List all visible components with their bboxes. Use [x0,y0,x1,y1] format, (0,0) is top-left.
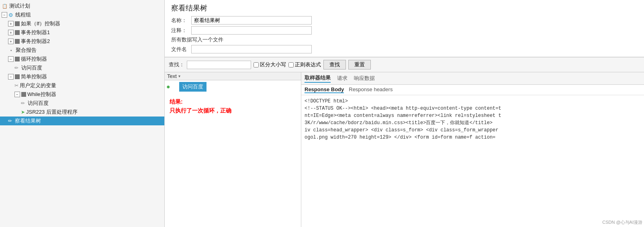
regex-label: 正则表达式 [295,61,321,68]
sidebar-item-label: 循环控制器 [21,55,47,63]
reset-button[interactable]: 重置 [348,60,371,70]
sidebar-item-label: 如果（If）控制器 [21,20,60,27]
expand-btn[interactable]: + [8,39,14,44]
sidebar-item-loop-controller[interactable]: − 循环控制器 [0,55,164,63]
content-line-3: 3K/r/www/cache/bdorz/baidu.min.css><titl… [305,119,641,127]
square-icon [15,30,20,35]
sidebar-item-test-plan[interactable]: 📋 测试计划 [0,2,164,10]
case-sensitive-group: 区分大小写 [254,61,286,68]
sidebar-item-label: 察看结果树 [15,117,41,125]
filename-label: 文件名 [171,46,191,53]
sidebar-item-label: 访问百度 [21,64,42,72]
write-all-label: 所有数据写入一个文件 [171,36,638,43]
subtab-response-headers[interactable]: Response headers [349,86,393,93]
left-panel-body: ● 访问百度 结果: 只执行了一次循环，正确 [165,80,301,227]
regex-group: 正则表达式 [288,61,321,68]
collapse-btn[interactable]: − [14,92,20,97]
tab-request[interactable]: 请求 [337,74,348,82]
name-row: 名称： [171,16,638,25]
collapse-btn[interactable]: − [8,56,14,62]
content-line-4: iv class=head_wrapper> <div class=s_form… [305,127,641,134]
filename-input[interactable] [191,45,312,53]
search-bar: 查找： 区分大小写 正则表达式 查找 重置 [165,57,644,72]
sidebar-item-jsr223[interactable]: ➤ JSR223 后置处理程序 [0,108,164,117]
search-input[interactable] [187,61,251,69]
filename-row: 文件名 [171,45,638,53]
tab-sampler-result[interactable]: 取样器结果 [305,74,331,83]
collapse-btn[interactable]: − [8,74,14,80]
sidebar-item-label: 用户定义的变量 [20,82,56,89]
selected-node-label[interactable]: 访问百度 [179,82,206,92]
sidebar-item-view-result-tree[interactable]: ✏ 察看结果树 [0,117,164,125]
sidebar-item-while-controller[interactable]: − While控制器 [0,90,164,99]
sidebar-item-visit-baidu-1[interactable]: ✏ 访问百度 [0,63,164,72]
sidebar-item-visit-baidu-2[interactable]: ✏ 访问百度 [0,99,164,108]
content-line-5: ogol.png width=270 height=129> </div> <f… [305,134,641,141]
sidebar-item-label: JSR223 后置处理程序 [26,108,78,116]
result-line-1: 结果: [170,97,296,106]
square-icon [15,74,20,79]
expand-btn[interactable]: + [8,30,14,35]
subtab-response-body[interactable]: Response Body [305,86,344,93]
content-line-2: nt=IE=Edge><meta content=always name=ref… [305,112,641,119]
find-button[interactable]: 查找 [323,60,346,70]
result-line-2: 只执行了一次循环，正确 [170,106,296,115]
case-sensitive-label: 区分大小写 [260,61,286,68]
content-line-1: <!--STATUS OK--><html> <head><meta http-… [305,105,641,112]
sidebar-item-simple-controller[interactable]: − 简单控制器 [0,72,164,81]
sidebar-item-label: 简单控制器 [21,73,47,80]
pencil-icon: ✏ [14,65,20,71]
report-icon: ▪ [8,47,14,53]
sidebar-item-label: 线程组 [15,11,31,18]
collapse-btn[interactable]: − [2,12,7,18]
square-icon [15,21,20,26]
node-row: ● 访问百度 [166,82,299,92]
pencil-icon: ✏ [21,100,27,106]
comment-input[interactable] [191,26,312,35]
scissors-icon: ✂ [14,83,18,88]
green-check-icon: ● [166,83,170,90]
document-icon: 📋 [2,3,8,9]
sidebar-item-label: While控制器 [27,91,56,98]
gear-icon: ⚙ [8,12,14,18]
right-panel-tabs: 取样器结果 请求 响应数据 [301,72,644,85]
sidebar-item-transaction1[interactable]: + 事务控制器1 [0,28,164,37]
content-line-0: <!DOCTYPE html> [305,98,641,105]
tab-response-data[interactable]: 响应数据 [354,74,375,82]
panel-title: 察看结果树 [171,3,638,13]
left-panel-header: Text ▾ [165,72,301,80]
name-input[interactable] [191,16,312,25]
regex-checkbox[interactable] [288,62,294,67]
result-text: 结果: 只执行了一次循环，正确 [166,94,299,119]
right-panel-body: <!DOCTYPE html> <!--STATUS OK--><html> <… [301,95,644,227]
sidebar-item-label: 事务控制器2 [21,38,50,45]
sidebar-item-transaction2[interactable]: + 事务控制器2 [0,37,164,46]
sidebar-item-aggregate-report[interactable]: ▪ 聚合报告 [0,46,164,55]
name-label: 名称： [171,17,191,24]
sidebar-item-thread-group[interactable]: − ⚙ 线程组 [0,10,164,19]
sidebar-item-user-var[interactable]: ✂ 用户定义的变量 [0,81,164,90]
square-icon [21,92,26,97]
expand-btn[interactable]: + [8,21,14,27]
chevron-down-icon[interactable]: ▾ [178,74,180,78]
case-sensitive-checkbox[interactable] [254,62,259,67]
comment-label: 注释： [171,27,191,34]
sidebar: 📋 测试计划 − ⚙ 线程组 + 如果（If）控制器 + 事务控制器1 + 事务… [0,0,165,227]
split-view: Text ▾ ● 访问百度 结果: 只执行了一次循环，正确 取样器结果 请求 响… [165,72,644,227]
sidebar-item-if-controller[interactable]: + 如果（If）控制器 [0,19,164,28]
search-label: 查找： [169,61,184,68]
panel-header: 察看结果树 名称： 注释： 所有数据写入一个文件 文件名 [165,0,644,57]
text-dropdown-label: Text [167,73,177,79]
sidebar-item-label: 测试计划 [9,2,30,10]
sidebar-item-label: 聚合报告 [16,47,37,54]
main-content: 察看结果树 名称： 注释： 所有数据写入一个文件 文件名 查找： 区分大小写 正… [165,0,644,227]
square-icon [15,57,20,61]
right-panel-subtabs: Response Body Response headers [301,85,644,95]
arrow-icon: ➤ [21,109,25,115]
watermark: CSDN @心与AI漫游 [602,219,642,225]
sidebar-item-label: 事务控制器1 [21,29,50,36]
left-panel: Text ▾ ● 访问百度 结果: 只执行了一次循环，正确 [165,72,301,227]
square-icon [15,39,20,44]
pencil-icon: ✏ [8,118,14,124]
right-panel: 取样器结果 请求 响应数据 Response Body Response hea… [301,72,644,227]
